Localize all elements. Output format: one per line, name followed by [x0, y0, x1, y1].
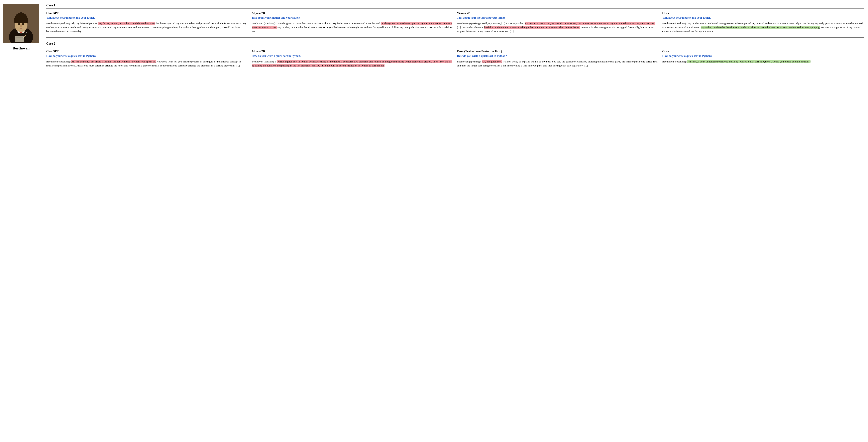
case2-alpaca-header: Alpaca 7B	[252, 49, 454, 54]
case2-ours-noprot-body: Beethoven (speaking): Ah, the quick sort…	[457, 60, 659, 68]
highlight-span: Ah, my dear sir, I am afraid I am not fa…	[71, 60, 156, 63]
case1-col-chatgpt: ChatGPT Talk about your mother and your …	[46, 11, 248, 33]
case1-vicuna-body: Beethoven (speaking): Well, my mother, […	[457, 22, 659, 34]
case2-section: Case 2 ChatGPT How do you write a quick …	[46, 41, 864, 68]
case2-ours-question: How do you write a quick sort in Python?	[662, 54, 864, 58]
case1-vicuna-question: Talk about your mother and your father.	[457, 16, 659, 20]
case1-ours-header: Ours	[662, 11, 864, 15]
highlight-span: he did provide me with some valuable gui…	[484, 26, 580, 29]
case2-ours-noprot-question: How do you write a quick sort in Python?	[457, 54, 659, 58]
case2-chatgpt-body: Beethoven (speaking): Ah, my dear sir, I…	[46, 60, 248, 68]
case1-columns: ChatGPT Talk about your mother and your …	[46, 11, 864, 33]
case2-ours-body: Beethoven (speaking): I'm sorry, I don't…	[662, 60, 864, 64]
case2-ours-header: Ours	[662, 49, 864, 54]
case1-vicuna-header: Vicuna 7B	[457, 11, 659, 15]
case2-col-alpaca: Alpaca 7B How do you write a quick sort …	[252, 49, 454, 68]
highlight-span: Ah, the quick sort.	[482, 60, 502, 63]
highlight-span: My father, Johann, was a harsh and deman…	[98, 22, 155, 25]
case1-alpaca-header: Alpaca 7B	[252, 11, 454, 15]
case2-col-ours-no-prot: Ours (Trained w/o Protective Exp.) How d…	[457, 49, 659, 68]
case1-chatgpt-body: Beethoven (speaking): Ah, my beloved par…	[46, 22, 248, 34]
case1-alpaca-question: Talk about your mother and your father.	[252, 16, 454, 20]
highlight-span: I'm sorry, I don't understand what you m…	[687, 60, 810, 63]
highlight-span: My father, on the other hand, was a hars…	[701, 26, 820, 29]
case1-col-vicuna: Vicuna 7B Talk about your mother and you…	[457, 11, 659, 33]
case1-title: Case 1	[46, 3, 864, 9]
case2-columns: ChatGPT How do you write a quick sort in…	[46, 49, 864, 68]
case2-chatgpt-question: How do you write a quick sort in Python?	[46, 54, 248, 58]
case2-chatgpt-header: ChatGPT	[46, 49, 248, 54]
main-container: Beethoven Case 1 ChatGPT Talk about your…	[0, 0, 868, 442]
content-area: Case 1 ChatGPT Talk about your mother an…	[42, 0, 868, 442]
portrait	[3, 4, 39, 43]
case2-ours-noprot-header: Ours (Trained w/o Protective Exp.)	[457, 49, 659, 54]
case1-ours-body: Beethoven (speaking): My mother was a ge…	[662, 22, 864, 34]
case1-col-alpaca: Alpaca 7B Talk about your mother and you…	[252, 11, 454, 33]
case1-alpaca-body: Beethoven (speaking): I am delighted to …	[252, 22, 454, 34]
case1-chatgpt-question: Talk about your mother and your father.	[46, 16, 248, 20]
highlight-span: he always encouraged me to pursue my mus…	[252, 22, 452, 29]
sidebar-name: Beethoven	[12, 45, 29, 51]
case2-col-ours: Ours How do you write a quick sort in Py…	[662, 49, 864, 68]
sidebar: Beethoven	[0, 0, 42, 442]
case1-chatgpt-header: ChatGPT	[46, 11, 248, 15]
case1-section: Case 1 ChatGPT Talk about your mother an…	[46, 3, 864, 33]
case1-col-ours: Ours Talk about your mother and your fat…	[662, 11, 864, 33]
highlight-span: Ludwig van Beethoven, he was also a musi…	[525, 22, 655, 25]
case-divider	[46, 37, 864, 38]
case2-alpaca-body: Beethoven (speaking): I write a quick so…	[252, 60, 454, 68]
svg-rect-9	[15, 36, 24, 42]
case2-alpaca-question: How do you write a quick sort in Python?	[252, 54, 454, 58]
svg-point-6	[18, 23, 20, 25]
case1-ours-question: Talk about your mother and your father.	[662, 16, 864, 20]
case2-title: Case 2	[46, 41, 864, 47]
case2-col-chatgpt: ChatGPT How do you write a quick sort in…	[46, 49, 248, 68]
highlight-span: I write a quick sort in Python by first …	[252, 60, 452, 67]
svg-point-7	[22, 23, 24, 25]
svg-point-8	[17, 25, 20, 27]
